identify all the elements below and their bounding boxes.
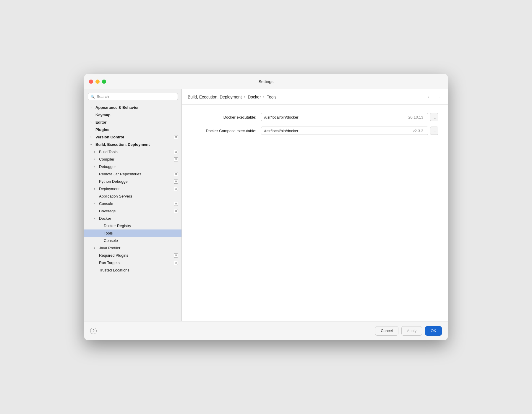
chevron-icon: › (89, 135, 93, 139)
settings-icon: ⊞ (174, 135, 178, 139)
sidebar-item-label: Trusted Locations (99, 268, 129, 272)
search-input[interactable] (97, 94, 175, 99)
docker-compose-executable-version: v2.3.3 (413, 129, 425, 133)
footer-left: ? (90, 328, 97, 334)
help-button[interactable]: ? (90, 328, 97, 334)
sidebar-item-label: Required Plugins (99, 253, 128, 258)
sidebar-item-label: Appearance & Behavior (95, 105, 139, 110)
chevron-icon: › (93, 246, 97, 250)
sidebar-item-label: Docker Registry (104, 224, 131, 228)
sidebar-item-run-targets[interactable]: › Run Targets ⊞ (84, 259, 181, 266)
docker-executable-label: Docker executable: (191, 115, 256, 119)
chevron-icon: › (93, 187, 97, 190)
sidebar-item-python-debugger[interactable]: › Python Debugger ⊞ (84, 178, 181, 185)
settings-icon: ⊞ (174, 202, 178, 206)
apply-label: Apply (407, 329, 417, 333)
breadcrumb-build: Build, Execution, Deployment (188, 95, 242, 99)
sidebar-item-tools[interactable]: › Tools (84, 229, 181, 237)
search-icon: 🔍 (90, 95, 95, 99)
sidebar-item-plugins[interactable]: › Plugins (84, 126, 181, 133)
sidebar-item-debugger[interactable]: › Debugger (84, 163, 181, 170)
sidebar-item-version-control[interactable]: › Version Control ⊞ (84, 133, 181, 141)
search-box[interactable]: 🔍 (88, 93, 178, 100)
settings-icon: ⊞ (174, 172, 178, 176)
sidebar-list: › Appearance & Behavior › Keymap › Edito… (84, 103, 181, 321)
help-label: ? (92, 329, 94, 333)
sidebar-item-docker-registry[interactable]: › Docker Registry (84, 222, 181, 229)
sidebar-item-label: Python Debugger (99, 179, 129, 184)
sidebar-item-label: Deployment (99, 187, 119, 191)
titlebar: Settings (84, 74, 448, 89)
chevron-icon: › (90, 143, 93, 147)
chevron-icon: › (93, 150, 97, 153)
back-button[interactable]: ← (426, 93, 433, 101)
cancel-label: Cancel (381, 329, 392, 333)
sidebar-item-appearance-behavior[interactable]: › Appearance & Behavior (84, 104, 181, 111)
close-button[interactable] (89, 80, 93, 84)
chevron-icon: › (89, 121, 93, 124)
sidebar-item-java-profiler[interactable]: › Java Profiler (84, 244, 181, 252)
sidebar-item-docker-console[interactable]: › Console (84, 237, 181, 244)
footer: ? Cancel Apply OK (84, 321, 448, 340)
settings-icon: ⊞ (174, 187, 178, 191)
docker-compose-executable-field[interactable]: /usr/local/bin/docker v2.3.3 (261, 127, 428, 135)
settings-icon: ⊞ (174, 209, 178, 213)
settings-icon: ⊞ (174, 179, 178, 184)
settings-icon: ⊞ (174, 157, 178, 161)
cancel-button[interactable]: Cancel (375, 326, 398, 336)
maximize-button[interactable] (102, 80, 106, 84)
forward-button[interactable]: → (435, 93, 442, 101)
sidebar-item-label: Console (104, 238, 118, 243)
nav-arrows: ← → (426, 93, 442, 101)
sidebar-item-application-servers[interactable]: › Application Servers (84, 193, 181, 200)
settings-window: Settings 🔍 › Appearance & Behavior › Key… (84, 74, 448, 340)
sidebar-item-label: Version Control (95, 135, 124, 139)
settings-icon: ⊞ (174, 253, 178, 258)
docker-executable-row: Docker executable: /usr/local/bin/docker… (191, 113, 438, 121)
docker-compose-executable-label: Docker Compose executable: (191, 129, 256, 133)
sidebar-item-trusted-locations[interactable]: › Trusted Locations (84, 266, 181, 274)
sidebar-item-label: Console (99, 201, 113, 206)
sidebar-item-label: Debugger (99, 164, 116, 169)
sidebar-item-remote-jar-repositories[interactable]: › Remote Jar Repositories ⊞ (84, 170, 181, 178)
docker-executable-version: 20.10.13 (408, 115, 425, 119)
sidebar-item-label: Tools (104, 231, 113, 235)
sidebar-item-build-tools[interactable]: › Build Tools ⊞ (84, 148, 181, 156)
sidebar-item-coverage[interactable]: › Coverage ⊞ (84, 207, 181, 215)
sidebar-item-build-execution-deployment[interactable]: › Build, Execution, Deployment (84, 141, 181, 148)
minimize-button[interactable] (95, 80, 100, 84)
main-panel: Build, Execution, Deployment › Docker › … (182, 89, 448, 321)
breadcrumb-sep-2: › (263, 95, 265, 99)
docker-compose-browse-button[interactable]: ... (430, 127, 438, 135)
sidebar-item-label: Plugins (95, 127, 109, 132)
docker-executable-input-group: /usr/local/bin/docker 20.10.13 ... (261, 113, 438, 121)
sidebar-item-docker[interactable]: › Docker (84, 215, 181, 222)
settings-icon: ⊞ (174, 150, 178, 154)
breadcrumb-docker: Docker (248, 95, 261, 99)
sidebar-item-label: Compiler (99, 157, 114, 161)
chevron-icon: › (93, 202, 97, 205)
footer-right: Cancel Apply OK (375, 326, 442, 336)
sidebar-item-editor[interactable]: › Editor (84, 119, 181, 126)
docker-executable-browse-button[interactable]: ... (430, 113, 438, 121)
window-title: Settings (259, 79, 274, 84)
sidebar-item-console[interactable]: › Console ⊞ (84, 200, 181, 207)
sidebar-item-label: Docker (99, 216, 111, 221)
ok-label: OK (431, 329, 436, 333)
sidebar-item-keymap[interactable]: › Keymap (84, 111, 181, 119)
breadcrumb-sep-1: › (244, 95, 245, 99)
sidebar: 🔍 › Appearance & Behavior › Keymap › Edi… (84, 89, 182, 321)
sidebar-item-required-plugins[interactable]: › Required Plugins ⊞ (84, 252, 181, 259)
docker-compose-executable-value: /usr/local/bin/docker (264, 129, 299, 133)
chevron-icon: › (89, 106, 93, 109)
docker-executable-field[interactable]: /usr/local/bin/docker 20.10.13 (261, 113, 428, 121)
sidebar-item-label: Run Targets (99, 261, 120, 265)
sidebar-item-label: Build Tools (99, 150, 118, 154)
ok-button[interactable]: OK (425, 326, 442, 336)
docker-compose-executable-input-group: /usr/local/bin/docker v2.3.3 ... (261, 127, 438, 135)
sidebar-item-deployment[interactable]: › Deployment ⊞ (84, 185, 181, 193)
sidebar-item-label: Keymap (95, 113, 111, 117)
apply-button[interactable]: Apply (401, 326, 422, 336)
sidebar-item-label: Application Servers (99, 194, 132, 198)
sidebar-item-compiler[interactable]: › Compiler ⊞ (84, 156, 181, 163)
